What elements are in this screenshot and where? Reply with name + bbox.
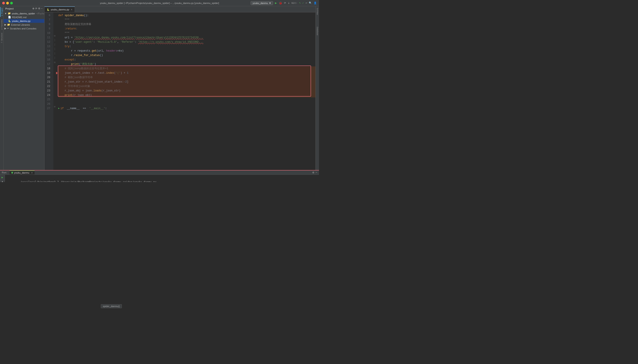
search-button[interactable]: 🔍 [309, 2, 312, 4]
code-line-24[interactable]: print(r_json_obj) [58, 93, 315, 98]
param-headers: headers [106, 49, 117, 53]
indent-24 [58, 93, 65, 98]
line-num-23: 23 [45, 88, 52, 93]
fold-gutter: ⊟ │ │ │ │ │ ⊟ ⊟ [53, 12, 56, 170]
toolbar-icon-1[interactable]: ⟳ [284, 2, 286, 4]
add-icon[interactable]: ⊕ [32, 7, 34, 10]
code-line-21[interactable]: r_json_str = r.text[json_start_index:-2] [58, 80, 315, 84]
code-line-7[interactable]: """ [58, 18, 315, 22]
sidebar-item-project[interactable]: 1: Project [0, 7, 3, 17]
var-rjson-obj: r_json_obj [65, 88, 81, 93]
var-json-idx: json_start_index [65, 71, 90, 75]
func-loads: loads [93, 88, 101, 93]
indent-16 [58, 58, 65, 62]
code-line-17[interactable]: print('爬取失败') [58, 62, 315, 66]
code-line-6[interactable]: def spider_danmu(): [58, 13, 315, 18]
code-line-15[interactable]: r.raise_for_status() [58, 53, 315, 58]
code-line-10[interactable]: """ [58, 31, 315, 36]
tab-youku-danmu-py[interactable]: 🐍 youku_danmu.py ✕ [45, 6, 75, 12]
code-line-26[interactable] [58, 102, 315, 106]
code-line-25[interactable] [58, 98, 315, 102]
func-print-24: print [65, 93, 73, 98]
func-raise: raise_for_status [74, 53, 100, 58]
dot-15: . [73, 53, 74, 58]
settings-icon[interactable]: ⚙ [38, 7, 40, 10]
run-tab-label: youku_danmu [14, 171, 29, 174]
tree-item-scratches[interactable]: ▶ ✏ Scratches and Consoles [4, 26, 44, 30]
undo-button[interactable]: ↩ [305, 2, 307, 4]
md-icon: 📄 [8, 16, 11, 18]
sidebar-item-database[interactable]: Database [316, 26, 319, 36]
tab-close-icon[interactable]: ✕ [71, 8, 73, 11]
sidebar-item-structure[interactable]: 7: Structure [1, 32, 3, 44]
code-line-12[interactable]: kv = {'user-agent': 'Mozilla/5.0', 'Refe… [58, 40, 315, 44]
py-icon: 🐍 [8, 20, 11, 22]
line-num-7: 7 [45, 18, 52, 22]
colon-27: : [105, 106, 107, 111]
code-line-20[interactable]: # 截取json数据字符串 [58, 75, 315, 80]
run-config[interactable]: youku_danmu ▼ [251, 1, 273, 5]
minimize-button[interactable] [6, 2, 9, 4]
tree-item-readme[interactable]: 📄 README.md [4, 15, 44, 19]
close-run-panel-icon[interactable]: − [315, 171, 317, 174]
code-content[interactable]: def spider_danmu(): """ 爬取某酷指定页的弹幕 :retu… [56, 12, 315, 170]
args-23: (r_json_str) [101, 88, 120, 93]
code-editor[interactable]: 6 7 8 9 10 11 12 13 14 15 16 17 18 19 20… [45, 12, 315, 170]
code-line-13[interactable]: try: [58, 44, 315, 49]
run-label: Run: [2, 171, 7, 174]
tree-item-ext-libs[interactable]: ▶ 📁 External Libraries [4, 23, 44, 26]
paren-close-17: ) [94, 62, 96, 66]
empty-25 [58, 98, 60, 102]
minimize-panel-icon[interactable]: − [41, 7, 43, 10]
sidebar-item-scview[interactable]: SciView [316, 7, 319, 16]
dot2-19: . [105, 71, 106, 75]
str-useragent-key: 'user-agent' [74, 40, 93, 44]
project-tree: ▼ 📁 youku_danmu_spider ~/PycharmProjects… [4, 11, 44, 170]
bracket-21-close: ] [127, 80, 129, 84]
code-line-27[interactable]: ▶ if __name__ == '__main__': [58, 106, 315, 111]
chevron-down-icon[interactable]: ▼ [269, 2, 271, 4]
code-line-14[interactable]: r = requests.get(url, headers=kv) [58, 49, 315, 53]
indent-14 [58, 49, 71, 53]
debug-button[interactable]: 🐞 [279, 1, 282, 5]
var-kv: kv [65, 40, 68, 44]
indent-20 [58, 75, 65, 80]
run-tab-close[interactable]: ✕ [31, 172, 33, 174]
call-15: () [100, 53, 103, 58]
space2-27: == [80, 106, 89, 111]
profile-icon[interactable]: 👤 [314, 2, 317, 4]
indent-21 [58, 80, 65, 84]
code-line-22[interactable]: # 字符串转json对象 [58, 84, 315, 88]
indent-19 [58, 71, 65, 75]
json-23: json [85, 88, 92, 93]
scroll-up-button[interactable]: ▲ [1, 180, 4, 182]
close-button[interactable] [2, 2, 5, 4]
tree-item-main-py[interactable]: 🐍 youku_danmu.py [4, 19, 44, 23]
folder-icon: 📁 [8, 12, 11, 15]
sync-icon[interactable]: ⟳ [35, 7, 37, 10]
tree-item-root[interactable]: ▼ 📁 youku_danmu_spider ~/PycharmProjects… [4, 12, 44, 15]
code-line-9[interactable]: :return: [58, 26, 315, 31]
run-tab-youku-danmu[interactable]: youku_danmu ✕ [10, 170, 35, 174]
code-line-11[interactable]: url = 'https://service.danmu.youku.com/l… [58, 36, 315, 40]
code-line-8[interactable]: 爬取某酷指定页的弹幕 [58, 22, 315, 26]
code-line-23[interactable]: r_json_obj = json.loads(r_json_str) [58, 88, 315, 93]
maximize-button[interactable] [10, 2, 13, 4]
run-button[interactable]: ▶ [275, 1, 277, 5]
code-line-16[interactable]: except: [58, 58, 315, 62]
keyword-try: try [65, 44, 70, 49]
git-icon-2[interactable]: ✓ [302, 2, 304, 4]
code-line-19[interactable]: json_start_index = r.text.index('(') + 1 [58, 71, 315, 75]
space-27 [64, 106, 67, 111]
r-21: r [85, 80, 87, 84]
output-command-line: /usr/local/bin/python3.7 /Users/pig/Pych… [8, 176, 316, 182]
colon-except: : [74, 58, 76, 62]
sidebar-item-favorites[interactable]: 2: Favorites [1, 18, 3, 30]
project-label: Project [5, 7, 14, 10]
toolbar-icon-2[interactable]: ⤓ [288, 2, 290, 4]
right-side-tabs: SciView Database [315, 6, 319, 170]
git-icon-1[interactable]: ✎ [299, 2, 301, 4]
run-again-button[interactable]: ▶ [1, 176, 4, 179]
code-line-18[interactable]: # 找到jsonp数据的左括号位置并+1 [58, 66, 315, 71]
settings-icon-run[interactable]: ⚙ [312, 171, 314, 174]
